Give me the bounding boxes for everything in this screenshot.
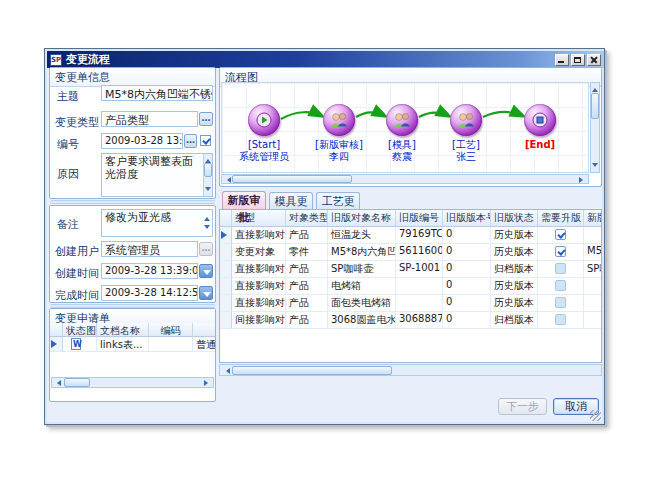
users-icon <box>329 111 349 129</box>
table-header-row: 类型 对象类型 旧版对象名称 旧版编号 旧版版本号 旧版状态 需要升版 新版 <box>220 210 601 227</box>
play-icon <box>256 112 272 128</box>
creator-label: 创建用户 <box>55 244 99 259</box>
app-icon: SP <box>50 54 62 66</box>
table-horizontal-scrollbar[interactable] <box>219 364 602 376</box>
reason-textarea[interactable]: 客户要求调整表面光滑度 <box>101 153 213 197</box>
number-checkbox[interactable] <box>200 135 211 146</box>
flowchart-canvas[interactable]: [Start]系统管理员 [新版审核]李四 [模具]蔡震 <box>221 82 589 173</box>
scroll-down-icon[interactable] <box>592 163 598 170</box>
rf-extra-cell[interactable]: 普通 <box>193 337 215 352</box>
window-title: 变更流程 <box>66 52 110 67</box>
scroll-right-icon[interactable] <box>579 177 586 183</box>
impact-objects-table: 类型 对象类型 旧版对象名称 旧版编号 旧版版本号 旧版状态 需要升版 新版 直… <box>219 209 602 363</box>
finish-time-label: 完成时间 <box>55 288 99 303</box>
current-row-arrow-icon <box>51 340 61 348</box>
rf-horizontal-scrollbar[interactable] <box>51 377 214 388</box>
tab-mold-change[interactable]: 模具更改 <box>269 192 313 210</box>
minimize-icon <box>558 61 564 63</box>
number-label: 编号 <box>57 137 79 152</box>
stop-icon <box>532 112 548 128</box>
scroll-left-icon[interactable] <box>54 380 61 386</box>
create-time-dropdown-button[interactable] <box>199 264 213 278</box>
scroll-left-icon[interactable] <box>223 368 230 374</box>
word-doc-icon <box>71 338 81 350</box>
notes-label: 备注 <box>57 217 79 232</box>
reason-text: 客户要求调整表面光滑度 <box>105 155 193 181</box>
rf-col-code[interactable]: 编码 <box>149 323 193 337</box>
change-type-label: 变更类型 <box>55 115 99 130</box>
ellipsis-icon: … <box>186 135 195 145</box>
rf-code-cell[interactable] <box>149 337 193 352</box>
reason-label: 原因 <box>57 167 79 182</box>
change-process-dialog: SP 变更流程 变更单信息 主题 M5*8内六角凹端不锈钢紧固螺钉 变更类型 产… <box>44 48 605 425</box>
next-button: 下一步 <box>498 398 547 415</box>
maximize-icon <box>574 57 581 63</box>
reason-scrollbar[interactable] <box>203 154 212 196</box>
change-type-input[interactable]: 产品类型 <box>101 111 198 127</box>
rf-col-docname[interactable]: 文档名称 <box>97 323 149 337</box>
close-button[interactable] <box>587 54 601 66</box>
subject-input[interactable]: M5*8内六角凹端不锈钢紧固螺钉 <box>101 85 213 101</box>
number-input[interactable]: 2009-03-28 13:39:01 <box>101 133 183 149</box>
scroll-right-icon[interactable] <box>204 380 211 386</box>
flow-node-start[interactable] <box>248 104 280 136</box>
upgrade-checkbox[interactable] <box>555 297 566 308</box>
current-row-arrow-icon <box>221 231 231 239</box>
create-time-input[interactable]: 2009-3-28 13:39:01 <box>101 263 198 279</box>
scroll-down-icon[interactable] <box>205 187 211 194</box>
splitter-horizontal[interactable] <box>50 200 215 204</box>
users-icon <box>456 111 476 129</box>
finish-time-dropdown-button[interactable] <box>199 286 213 300</box>
table-row[interactable]: 直接影响对象 产品 SP咖啡壶 SP-1001 0 归档版本 SP咖 <box>220 261 601 278</box>
table-row[interactable]: 直接影响对象 产品 恒温龙头 79169TC 0 历史版本 <box>220 227 601 244</box>
col-old-version[interactable]: 旧版版本号 <box>443 210 491 227</box>
create-time-label: 创建时间 <box>55 266 99 281</box>
col-obj-type[interactable]: 对象类型 <box>286 210 328 227</box>
scroll-left-icon[interactable] <box>224 177 231 183</box>
notes-text: 修改为亚光感 <box>105 211 171 224</box>
rf-col-status[interactable]: 状态图 <box>63 323 97 337</box>
table-row[interactable]: 直接影响对象 产品 电烤箱 0 历史版本 <box>220 278 601 295</box>
table-row[interactable]: 直接影响对象 产品 面包类电烤箱 0 历史版本 <box>220 295 601 312</box>
tab-craft-change[interactable]: 工艺更改 <box>316 192 360 210</box>
maximize-button[interactable] <box>571 54 585 66</box>
rf-indicator-header <box>50 323 63 337</box>
table-row[interactable]: 变更对象 零件 M5*8内六角凹... 5611600 0 历史版本 M5*8 <box>220 244 601 261</box>
spin-down-icon[interactable] <box>204 225 210 232</box>
col-old-code[interactable]: 旧版编号 <box>396 210 443 227</box>
scroll-up-icon[interactable] <box>592 85 598 92</box>
rf-docname-cell[interactable]: links表... <box>97 337 149 352</box>
ellipsis-icon: … <box>202 113 211 123</box>
flow-node-end[interactable] <box>524 104 556 136</box>
title-bar[interactable]: SP 变更流程 <box>47 51 604 68</box>
scroll-up-icon[interactable] <box>205 156 211 163</box>
resize-grip[interactable] <box>590 410 601 421</box>
users-icon <box>392 111 412 129</box>
finish-time-input[interactable]: 2009-3-28 14:12:50 <box>101 285 198 301</box>
upgrade-checkbox[interactable] <box>555 246 566 257</box>
col-old-status[interactable]: 旧版状态 <box>491 210 538 227</box>
rf-status-cell[interactable] <box>63 337 97 352</box>
change-type-picker-button[interactable]: … <box>199 112 213 126</box>
flow-node-review[interactable] <box>323 104 355 136</box>
ellipsis-icon: … <box>202 243 211 253</box>
tab-new-version-approval[interactable]: 新版审批 <box>222 191 266 209</box>
number-picker-button[interactable]: … <box>184 134 197 148</box>
minimize-button[interactable] <box>555 54 569 66</box>
flow-node-mold[interactable] <box>386 104 418 136</box>
col-need-upgrade[interactable]: 需要升版 <box>538 210 584 227</box>
flow-node-craft[interactable] <box>450 104 482 136</box>
flowchart-hscrollbar[interactable] <box>221 174 589 184</box>
col-old-name[interactable]: 旧版对象名称 <box>328 210 396 227</box>
creator-input[interactable]: 系统管理员 <box>101 241 198 257</box>
notes-textarea[interactable]: 修改为亚光感 <box>101 209 213 237</box>
table-row[interactable]: 间接影响对象 产品 3068圆盖电水壶 3068887 0 归档版本 <box>220 312 601 329</box>
upgrade-checkbox[interactable] <box>555 314 566 325</box>
flowchart-vscrollbar[interactable] <box>590 82 600 173</box>
upgrade-checkbox[interactable] <box>555 229 566 240</box>
spin-up-icon[interactable] <box>204 214 210 221</box>
upgrade-checkbox[interactable] <box>555 280 566 291</box>
rf-row-indicator <box>50 337 63 352</box>
col-new[interactable]: 新版 <box>584 210 602 227</box>
upgrade-checkbox[interactable] <box>555 263 566 274</box>
